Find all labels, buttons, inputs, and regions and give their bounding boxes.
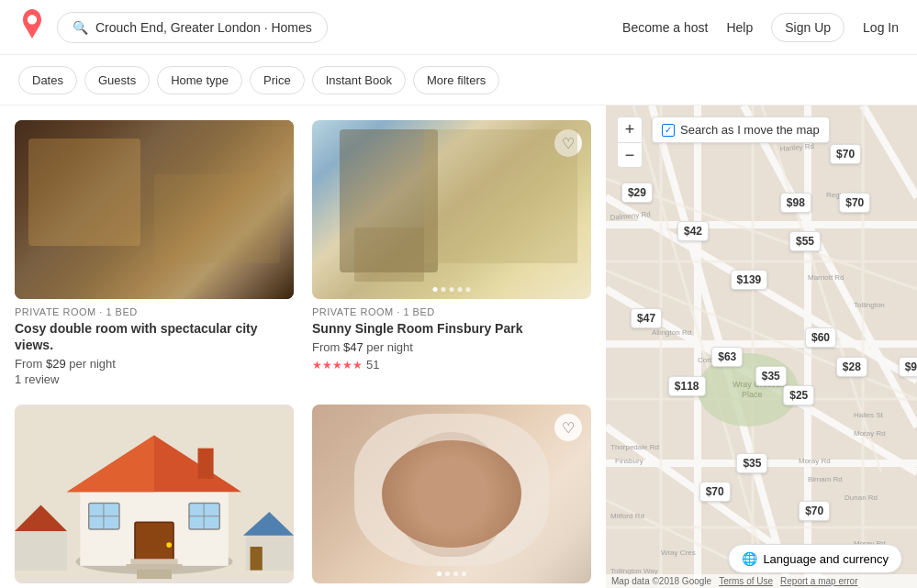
dot — [466, 287, 471, 292]
language-btn-label: Language and currency — [763, 552, 889, 566]
main-content: ♡ PRIVATE ROOM · 1 BED Cosy double room … — [0, 105, 917, 588]
search-as-move-checkbox[interactable] — [662, 124, 675, 137]
listing-price: From $29 per night — [15, 357, 294, 371]
svg-rect-14 — [198, 449, 214, 479]
price-marker[interactable]: $28 — [836, 357, 867, 377]
dot — [437, 571, 442, 576]
log-in-link[interactable]: Log In — [863, 20, 899, 35]
listing-card[interactable]: ♡ PRIVATE ROOM · 1 BED Cosy double room … — [15, 120, 294, 386]
price-marker[interactable]: $47 — [631, 308, 662, 328]
review-count: 1 review — [15, 372, 294, 386]
svg-text:Wray Cres: Wray Cres — [661, 549, 696, 557]
price-marker[interactable]: $139 — [731, 270, 768, 290]
map-panel: Wray Crescent Place Dalmeny Rd Hanley Rd… — [606, 105, 917, 588]
svg-text:Moray Rd: Moray Rd — [799, 457, 831, 465]
svg-text:Allington Rd: Allington Rd — [652, 328, 691, 337]
svg-point-7 — [166, 543, 172, 549]
dot — [453, 571, 458, 576]
svg-rect-18 — [15, 531, 67, 571]
search-as-move-toggle[interactable]: Search as I move the map — [652, 116, 830, 143]
svg-text:Tollington: Tollington — [854, 301, 885, 309]
price-filter[interactable]: Price — [250, 66, 305, 94]
listing-image: ♡ — [15, 120, 294, 299]
svg-rect-15 — [127, 564, 183, 570]
filter-bar: Dates Guests Home type Price Instant Boo… — [0, 55, 917, 105]
stars: ★★★★★ — [312, 359, 363, 372]
terms-link[interactable]: Terms of Use — [719, 576, 773, 586]
listing-image: ♡ — [15, 405, 294, 583]
price-marker[interactable]: $35 — [755, 366, 787, 386]
svg-text:Mitford Rd: Mitford Rd — [610, 512, 644, 520]
search-bar[interactable]: 🔍 Crouch End, Greater London · Homes — [57, 12, 328, 43]
price-marker[interactable]: $70 — [799, 501, 830, 521]
listing-title: Cosy double room with spectacular city v… — [15, 320, 294, 353]
price-marker[interactable]: $42 — [677, 221, 709, 241]
svg-text:Thorpedale Rd: Thorpedale Rd — [610, 443, 659, 451]
guests-filter[interactable]: Guests — [84, 66, 150, 94]
price-marker[interactable]: $70 — [839, 193, 870, 213]
svg-text:Dunan Rd: Dunan Rd — [844, 494, 878, 502]
svg-text:Birnam Rd: Birnam Rd — [808, 475, 843, 483]
svg-text:Halles St: Halles St — [854, 411, 884, 419]
report-link[interactable]: Report a map error — [780, 576, 857, 586]
zoom-in-button[interactable]: + — [617, 116, 643, 142]
image-dots — [433, 287, 471, 292]
image-dots — [437, 571, 466, 576]
globe-icon: 🌐 — [742, 551, 757, 566]
price-marker[interactable]: $55 — [789, 231, 821, 251]
price-marker[interactable]: $98 — [780, 193, 811, 213]
language-currency-button[interactable]: 🌐 Language and currency — [728, 544, 902, 573]
sign-up-button[interactable]: Sign Up — [771, 13, 844, 42]
header: 🔍 Crouch End, Greater London · Homes Bec… — [0, 0, 917, 55]
listing-card[interactable]: ♡ — [15, 405, 294, 588]
dot — [462, 571, 466, 576]
listings-panel: ♡ PRIVATE ROOM · 1 BED Cosy double room … — [0, 105, 606, 588]
svg-rect-22 — [251, 547, 263, 571]
svg-text:Place: Place — [742, 390, 763, 399]
listing-price: From $47 per night — [312, 340, 591, 354]
listing-type: PRIVATE ROOM · 1 BED — [15, 306, 294, 317]
search-icon: 🔍 — [73, 20, 88, 35]
price-marker[interactable]: $70 — [699, 482, 731, 502]
svg-text:Finsbury: Finsbury — [615, 457, 643, 465]
listing-card[interactable]: ♡ PRIVATE ROOM · 1 BED Sunny Single Room… — [312, 120, 591, 386]
header-nav: Become a host Help Sign Up Log In — [622, 13, 899, 42]
listing-rating: ★★★★★ 51 — [312, 358, 591, 372]
help-link[interactable]: Help — [726, 20, 753, 35]
review-count: 51 — [366, 358, 379, 372]
svg-rect-16 — [130, 560, 177, 565]
become-host-link[interactable]: Become a host — [622, 20, 708, 35]
zoom-controls: + − — [617, 116, 643, 168]
listing-image: ♡ — [312, 405, 591, 583]
price-marker[interactable]: $118 — [668, 376, 706, 396]
price-marker[interactable]: $35 — [736, 453, 767, 473]
svg-text:Moray Rd: Moray Rd — [854, 429, 886, 438]
dates-filter[interactable]: Dates — [18, 66, 77, 94]
dot — [442, 287, 446, 292]
dot — [433, 287, 438, 292]
dot — [450, 287, 454, 292]
listing-card[interactable]: ♡ PRIVATE ROOM · 1 BED — [312, 405, 591, 588]
more-filters-filter[interactable]: More filters — [413, 66, 499, 94]
zoom-out-button[interactable]: − — [617, 142, 643, 168]
map-data-text: Map data ©2018 Google — [611, 576, 711, 586]
dot — [445, 571, 450, 576]
svg-text:Marriott Rd: Marriott Rd — [808, 273, 844, 282]
search-as-move-label: Search as I move the map — [680, 123, 820, 137]
search-text: Crouch End, Greater London · Homes — [95, 20, 312, 35]
listing-image: ♡ — [312, 120, 591, 299]
instant-book-filter[interactable]: Instant Book — [312, 66, 406, 94]
price-marker[interactable]: $60 — [805, 327, 836, 348]
price-marker[interactable]: $29 — [621, 183, 653, 203]
map-attribution: Map data ©2018 Google Terms of Use Repor… — [606, 574, 917, 588]
home-type-filter[interactable]: Home type — [157, 66, 242, 94]
price-marker[interactable]: $93 — [899, 357, 917, 377]
price-marker[interactable]: $63 — [711, 347, 743, 367]
listing-title: Sunny Single Room Finsbury Park — [312, 320, 591, 337]
price-marker[interactable]: $70 — [830, 144, 861, 164]
header-left: 🔍 Crouch End, Greater London · Homes — [18, 9, 328, 45]
price-marker[interactable]: $25 — [783, 385, 814, 405]
airbnb-logo[interactable] — [18, 9, 46, 45]
dot — [458, 287, 463, 292]
svg-rect-17 — [137, 570, 172, 579]
